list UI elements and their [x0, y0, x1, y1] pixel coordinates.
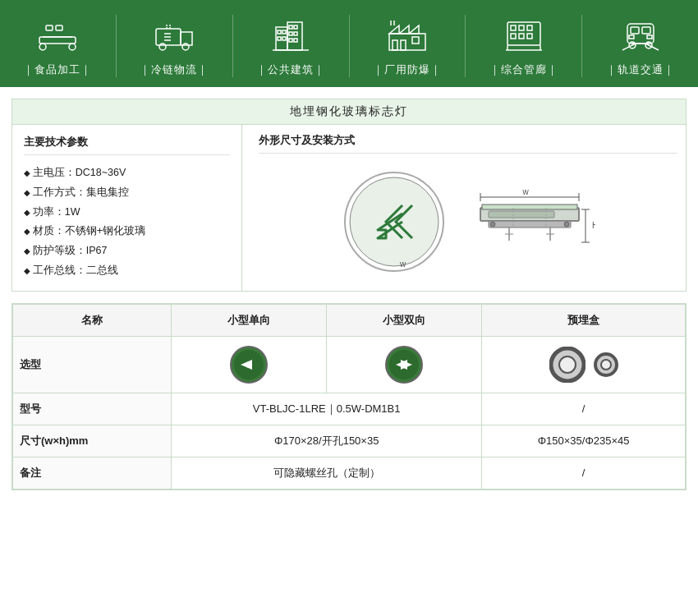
svg-rect-5 — [46, 25, 53, 30]
table-row-model: 型号 VT-BLJC-1LRE｜0.5W-DM1B1 / — [13, 393, 686, 425]
svg-rect-17 — [289, 25, 292, 29]
svg-rect-6 — [56, 25, 62, 30]
svg-rect-15 — [278, 37, 281, 40]
cell-size-value: Φ170×28/开孔150×35 — [172, 425, 482, 457]
param-bus: 工作总线：二总线 — [24, 261, 230, 281]
product-table: 名称 小型单向 小型双向 预埋盒 选型 — [12, 304, 686, 490]
svg-marker-26 — [399, 25, 409, 34]
svg-rect-24 — [389, 34, 425, 50]
svg-rect-35 — [519, 25, 524, 30]
svg-point-1 — [39, 44, 46, 50]
cell-model-label: 型号 — [13, 393, 172, 425]
cell-selection-label: 选型 — [13, 336, 172, 393]
svg-rect-28 — [393, 40, 397, 50]
svg-rect-19 — [289, 32, 292, 35]
cell-single-image — [172, 336, 327, 393]
building-icon — [266, 15, 315, 56]
cell-model-box: / — [482, 393, 686, 425]
svg-rect-20 — [294, 32, 297, 35]
params-column: 主要技术参数 主电压：DC18~36V 工作方式：集电集控 功率：1W 材质：不… — [12, 125, 242, 291]
svg-point-10 — [182, 44, 189, 50]
svg-rect-39 — [519, 34, 524, 39]
svg-rect-22 — [294, 39, 297, 42]
cell-size-box: Φ150×35/Φ235×45 — [482, 425, 686, 457]
param-protection: 防护等级：IP67 — [24, 241, 230, 261]
cell-box-image — [482, 336, 686, 393]
svg-rect-0 — [39, 37, 76, 44]
ring-large — [549, 347, 585, 383]
single-direction-light — [229, 345, 269, 384]
diagram-title: 外形尺寸及安装方式 — [259, 133, 677, 154]
banner-item-corridor: ｜综合管廊｜ — [466, 15, 582, 77]
svg-rect-34 — [511, 25, 516, 30]
cell-note-box: / — [482, 457, 686, 489]
col-header-double: 小型双向 — [327, 304, 482, 336]
svg-point-2 — [69, 44, 76, 50]
svg-marker-27 — [409, 25, 419, 34]
banner-item-train: ｜轨道交通｜ — [582, 15, 698, 77]
banner-item-cold: ｜冷链物流｜ — [117, 15, 233, 77]
banner-item-food: ｜食品加工｜ — [0, 15, 117, 77]
product-table-section: 名称 小型单向 小型双向 预埋盒 选型 — [11, 303, 687, 490]
corridor-icon — [499, 15, 549, 56]
svg-rect-16 — [282, 37, 286, 40]
double-direction-light — [384, 345, 424, 384]
param-material: 材质：不锈钢+钢化玻璃 — [24, 222, 230, 241]
svg-text:H: H — [592, 221, 595, 230]
banner-label-corridor: ｜综合管廊｜ — [489, 62, 558, 77]
cell-size-label: 尺寸(w×h)mm — [13, 425, 172, 457]
banner-label-factory: ｜厂用防爆｜ — [373, 62, 442, 77]
table-row-note: 备注 可隐藏螺丝孔（定制） / — [13, 457, 686, 489]
truck-icon — [149, 15, 199, 56]
banner-label-train: ｜轨道交通｜ — [606, 62, 675, 77]
svg-rect-47 — [647, 35, 652, 39]
banner-item-factory: ｜厂用防爆｜ — [350, 15, 466, 77]
factory-icon — [383, 15, 432, 56]
svg-rect-67 — [489, 221, 571, 228]
table-row-selection: 选型 — [13, 336, 686, 393]
svg-rect-18 — [294, 25, 297, 29]
svg-point-85 — [559, 356, 576, 373]
banner-label-cold: ｜冷链物流｜ — [140, 62, 209, 77]
col-header-single: 小型单向 — [172, 304, 327, 336]
conveyor-icon — [33, 15, 82, 56]
svg-rect-30 — [412, 37, 419, 44]
col-header-name: 名称 — [13, 304, 172, 336]
svg-rect-37 — [511, 34, 516, 39]
svg-rect-36 — [527, 25, 532, 30]
svg-rect-21 — [289, 39, 292, 42]
svg-text:w: w — [521, 187, 529, 196]
cell-model-value: VT-BLJC-1LRE｜0.5W-DM1B1 — [172, 393, 482, 425]
svg-text:w: w — [399, 260, 406, 269]
svg-marker-25 — [389, 25, 399, 34]
table-row-size: 尺寸(w×h)mm Φ170×28/开孔150×35 Φ150×35/Φ235×… — [13, 425, 686, 457]
svg-rect-66 — [482, 205, 577, 209]
col-header-box: 预埋盒 — [482, 304, 686, 336]
diagram-column: 外形尺寸及安装方式 w w — [242, 125, 686, 291]
svg-rect-46 — [629, 35, 634, 39]
section-title: 地埋钢化玻璃标志灯 — [11, 99, 687, 125]
svg-point-9 — [159, 44, 166, 50]
svg-rect-14 — [282, 30, 286, 34]
main-content: 主要技术参数 主电压：DC18~36V 工作方式：集电集控 功率：1W 材质：不… — [11, 125, 687, 292]
banner-label-building: ｜公共建筑｜ — [256, 62, 325, 77]
svg-rect-29 — [401, 40, 406, 50]
ring-small — [594, 352, 618, 377]
train-icon — [616, 15, 665, 56]
param-power: 功率：1W — [24, 203, 230, 223]
svg-rect-65 — [489, 211, 554, 218]
banner-label-food: ｜食品加工｜ — [23, 62, 92, 77]
svg-rect-45 — [642, 27, 650, 34]
top-banner: ｜食品加工｜ ｜冷链物流｜ — [0, 0, 698, 87]
cell-note-label: 备注 — [13, 457, 172, 489]
param-mode: 工作方式：集电集控 — [24, 183, 230, 203]
params-title: 主要技术参数 — [24, 135, 230, 155]
svg-point-69 — [564, 222, 569, 227]
svg-rect-44 — [631, 27, 639, 34]
ring-shapes — [489, 347, 678, 383]
svg-rect-13 — [278, 30, 281, 34]
svg-point-68 — [490, 222, 495, 227]
cell-double-image — [327, 336, 482, 393]
circle-diagram: w — [341, 168, 448, 275]
banner-item-building: ｜公共建筑｜ — [233, 15, 350, 77]
